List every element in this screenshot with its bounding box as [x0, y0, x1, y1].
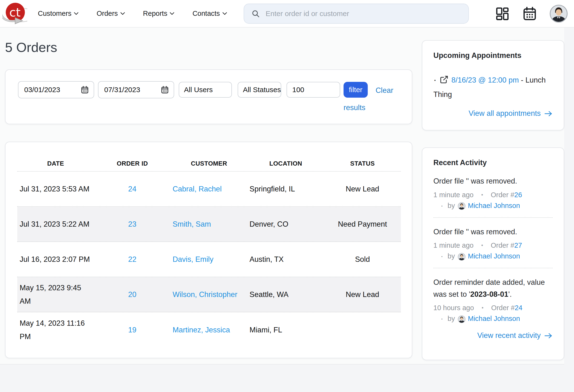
- cell-order-id: 24: [94, 185, 171, 193]
- user-avatar: [458, 253, 466, 261]
- search-input[interactable]: [266, 10, 461, 18]
- appointments-title: Upcoming Appointments: [433, 51, 553, 60]
- global-search-bar: [244, 4, 469, 24]
- cell-customer: Martinez, Jessica: [171, 326, 247, 334]
- view-all-appointments-link[interactable]: View all appointments: [433, 109, 553, 118]
- activity-time: 1 minute ago: [433, 191, 474, 199]
- activity-user-link[interactable]: Michael Johnson: [468, 202, 520, 209]
- dot-separator: •: [482, 305, 483, 311]
- order-ref-label: Order #: [491, 191, 514, 199]
- customer-link[interactable]: Davis, Emily: [172, 255, 213, 263]
- dashboard-grid-icon[interactable]: [495, 6, 510, 21]
- main-content: 5 Orders 03/01/2023 07/31/2023 All Users…: [0, 28, 564, 364]
- users-select[interactable]: All Users: [179, 82, 232, 98]
- nav-reports[interactable]: Reports: [143, 10, 174, 18]
- calendar-picker-icon[interactable]: [81, 86, 89, 94]
- cell-date: Jul 31, 2023 5:22 AM: [17, 218, 94, 231]
- top-navbar: ct Customers Orders Reports Contacts: [0, 0, 574, 28]
- svg-text:ct: ct: [9, 5, 20, 19]
- cell-location: Miami, FL: [247, 326, 324, 334]
- activity-text: Order file '' was removed.: [433, 175, 553, 187]
- nav-customers[interactable]: Customers: [38, 10, 78, 18]
- order-id-link[interactable]: 22: [128, 255, 136, 263]
- end-date-value: 07/31/2023: [104, 86, 140, 94]
- nav-contacts[interactable]: Contacts: [192, 10, 227, 18]
- col-status: STATUS: [324, 160, 401, 167]
- order-id-link[interactable]: 20: [128, 290, 136, 299]
- upcoming-appointments-card: Upcoming Appointments ·8/16/23 @ 12:00 p…: [422, 40, 564, 131]
- chevron-down-icon: [170, 12, 174, 15]
- end-date-input[interactable]: 07/31/2023: [98, 81, 174, 98]
- order-ref-link[interactable]: 26: [514, 191, 522, 199]
- view-recent-activity-link[interactable]: View recent activity: [433, 331, 553, 340]
- cell-date: May 15, 2023 9:45 AM: [17, 281, 94, 308]
- activity-byline: ·byMichael Johnson: [433, 201, 553, 210]
- chevron-down-icon: [223, 12, 227, 15]
- customer-link[interactable]: Smith, Sam: [172, 220, 211, 228]
- by-label: by: [448, 202, 455, 209]
- table-row: May 14, 2023 11:16 PM 19 Martinez, Jessi…: [17, 312, 401, 348]
- cell-location: Springfield, IL: [247, 185, 324, 193]
- activity-user-link[interactable]: Michael Johnson: [468, 252, 520, 260]
- start-date-input[interactable]: 03/01/2023: [18, 81, 94, 98]
- col-customer: CUSTOMER: [171, 160, 247, 167]
- order-id-link[interactable]: 23: [128, 220, 136, 228]
- table-row: Jul 31, 2023 5:22 AM 23 Smith, Sam Denve…: [17, 207, 401, 242]
- appointment-item: ·8/16/23 @ 12:00 pm - Lunch Thing: [433, 71, 553, 101]
- arrow-right-icon: [544, 111, 553, 117]
- activity-meta: 10 hours ago • Order #24: [433, 304, 553, 312]
- limit-input[interactable]: [287, 82, 340, 98]
- start-date-value: 03/01/2023: [24, 86, 60, 94]
- col-date: DATE: [17, 160, 94, 167]
- filter-actions: filter Clear results: [344, 82, 404, 116]
- nav-reports-label: Reports: [143, 10, 167, 18]
- appointment-link[interactable]: 8/16/23 @ 12:00 pm: [451, 76, 519, 84]
- chevron-down-icon: [74, 12, 78, 15]
- cell-order-id: 23: [94, 220, 171, 228]
- customer-link[interactable]: Martinez, Jessica: [172, 326, 230, 334]
- activity-text: Order reminder date added, value was set…: [433, 276, 553, 300]
- sidebar: Upcoming Appointments ·8/16/23 @ 12:00 p…: [422, 28, 564, 360]
- arrow-right-icon: [544, 333, 553, 339]
- customer-link[interactable]: Cabral, Rachel: [172, 185, 222, 193]
- activity-time: 1 minute ago: [433, 242, 474, 249]
- statuses-select-value: All Statuses: [243, 86, 281, 94]
- orders-section: 5 Orders 03/01/2023 07/31/2023 All Users…: [5, 28, 412, 358]
- dot-separator: •: [481, 192, 483, 198]
- header-actions: [495, 4, 568, 23]
- users-select-value: All Users: [184, 86, 213, 94]
- order-ref-link[interactable]: 24: [514, 304, 522, 312]
- order-id-link[interactable]: 24: [128, 185, 136, 193]
- nav-contacts-label: Contacts: [192, 10, 220, 18]
- filter-bar: 03/01/2023 07/31/2023 All Users All Stat…: [5, 69, 412, 124]
- dot-separator: ·: [441, 201, 443, 210]
- dot-separator: ·: [441, 251, 443, 260]
- external-link-icon: [440, 75, 449, 84]
- company-logo[interactable]: ct: [2, 1, 27, 26]
- user-avatar[interactable]: [550, 4, 568, 23]
- by-label: by: [448, 315, 455, 322]
- order-ref-label: Order #: [491, 304, 514, 312]
- chevron-down-icon: [121, 12, 125, 15]
- orders-table: DATE ORDER ID CUSTOMER LOCATION STATUS J…: [5, 142, 412, 358]
- cell-order-id: 20: [94, 290, 171, 299]
- activity-text: Order file '' was removed.: [433, 226, 553, 238]
- calendar-picker-icon[interactable]: [161, 86, 169, 94]
- table-header-row: DATE ORDER ID CUSTOMER LOCATION STATUS: [17, 142, 401, 172]
- cell-customer: Wilson, Christopher: [171, 290, 247, 299]
- cell-date: Jul 31, 2023 5:53 AM: [17, 182, 94, 196]
- table-row: Jul 16, 2023 2:07 PM 22 Davis, Emily Aus…: [17, 242, 401, 277]
- activity-meta: 1 minute ago • Order #26: [433, 191, 553, 199]
- order-ref-link[interactable]: 27: [514, 242, 522, 249]
- customer-link[interactable]: Wilson, Christopher: [172, 290, 237, 299]
- filter-button[interactable]: filter: [344, 82, 368, 98]
- cell-location: Austin, TX: [247, 255, 324, 264]
- calendar-icon[interactable]: [522, 6, 537, 21]
- nav-orders[interactable]: Orders: [97, 10, 125, 18]
- activity-user-link[interactable]: Michael Johnson: [468, 315, 520, 322]
- table-row: May 15, 2023 9:45 AM 20 Wilson, Christop…: [17, 277, 401, 312]
- order-id-link[interactable]: 19: [128, 326, 136, 334]
- table-row: Jul 31, 2023 5:53 AM 24 Cabral, Rachel S…: [17, 172, 401, 207]
- statuses-select[interactable]: All Statuses: [238, 82, 281, 98]
- by-label: by: [448, 252, 455, 260]
